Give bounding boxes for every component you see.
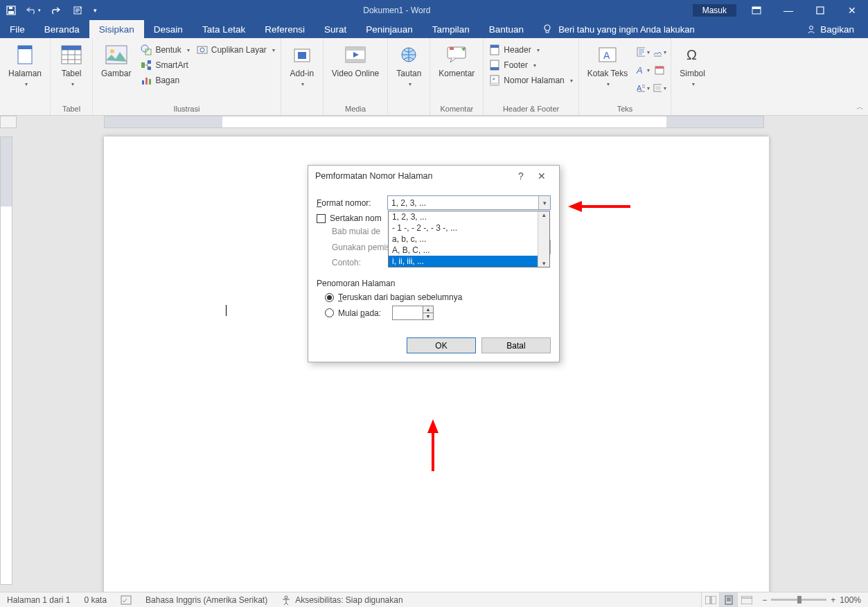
svg-rect-6 (817, 7, 824, 14)
quickparts-button[interactable] (636, 45, 650, 59)
format-option[interactable]: a, b, c, ... (389, 234, 549, 245)
svg-rect-52 (705, 596, 710, 604)
quick-access-toolbar: ▾ ▾ (0, 0, 101, 20)
zoom-out-button[interactable]: − (762, 595, 767, 605)
table-button[interactable]: Tabel (55, 42, 88, 89)
zoom-slider[interactable] (771, 599, 826, 601)
links-button[interactable]: Tautan (392, 42, 425, 89)
smartart-button[interactable]: SmartArt (139, 59, 191, 71)
language-indicator[interactable]: Bahasa Inggris (Amerika Serikat) (139, 595, 274, 605)
page-indicator[interactable]: Halaman 1 dari 1 (0, 595, 77, 605)
window-title: Dokumen1 - Word (101, 6, 693, 15)
print-layout-button[interactable] (719, 592, 737, 608)
tab-view[interactable]: Tampilan (423, 20, 479, 38)
chart-button[interactable]: Bagan (139, 74, 191, 87)
zoom-in-button[interactable]: + (831, 595, 835, 605)
undo-icon[interactable]: ▾ (22, 0, 44, 20)
format-option[interactable]: 1, 2, 3, ... (389, 211, 549, 222)
svg-rect-32 (450, 47, 454, 50)
svg-text:Ω: Ω (687, 47, 697, 62)
spin-down-icon[interactable]: ▼ (423, 313, 433, 319)
start-at-input[interactable] (393, 306, 423, 319)
start-at-radio[interactable] (325, 308, 334, 317)
tell-me-search[interactable]: Beri tahu yang ingin Anda lakukan (533, 20, 703, 38)
cancel-button[interactable]: Batal (481, 337, 551, 353)
tab-file[interactable]: File (0, 20, 35, 38)
datetime-button[interactable] (653, 63, 666, 77)
tab-layout[interactable]: Tata Letak (193, 20, 255, 38)
table-icon (60, 44, 82, 66)
continue-radio[interactable] (325, 293, 334, 302)
signature-button[interactable] (653, 45, 666, 59)
format-combobox[interactable]: 1, 2, 3, ... ▾ 1, 2, 3, ... - 1 -, - 2 -… (387, 195, 551, 210)
page-number-button[interactable]: #Nomor Halaman (488, 74, 574, 87)
collapse-ribbon-icon[interactable]: ︿ (856, 102, 864, 112)
redo-icon[interactable] (44, 0, 67, 20)
svg-rect-20 (142, 80, 144, 85)
header-button[interactable]: Header (488, 44, 574, 56)
dialog-close-icon[interactable]: ✕ (531, 170, 552, 182)
dropdown-scrollbar[interactable]: ▴▾ (538, 211, 549, 267)
tab-insert[interactable]: Sisipkan (89, 20, 144, 38)
weblayout-icon (741, 596, 752, 604)
svg-point-15 (141, 45, 148, 52)
save-icon[interactable] (0, 0, 22, 20)
comment-button[interactable]: Komentar (434, 42, 479, 80)
web-layout-button[interactable] (737, 592, 755, 608)
tab-design[interactable]: Desain (144, 20, 193, 38)
wordart-icon: A (636, 64, 645, 76)
screenshot-icon (197, 44, 208, 55)
include-chapter-checkbox[interactable] (317, 214, 326, 223)
start-at-spinner[interactable]: ▲▼ (392, 306, 434, 320)
customize-icon[interactable] (67, 0, 89, 20)
zoom-level[interactable]: 100% (840, 595, 861, 605)
chevron-down-icon[interactable]: ▾ (538, 196, 550, 209)
horizontal-ruler[interactable] (104, 116, 764, 128)
dialog-help-icon[interactable]: ? (511, 170, 531, 182)
accessibility-indicator[interactable]: Aksesibilitas: Siap digunakan (274, 595, 409, 605)
dialog-titlebar[interactable]: Pemformatan Nomor Halaman ? ✕ (308, 166, 559, 186)
wordart-button[interactable]: A (636, 63, 650, 77)
spellcheck-button[interactable] (114, 595, 139, 605)
group-pages: Halaman (0, 38, 51, 115)
ruler-corner (0, 116, 17, 128)
online-video-button[interactable]: Video Online (328, 42, 384, 80)
ribbon-display-icon[interactable] (741, 0, 772, 20)
dropcap-button[interactable]: A (636, 81, 650, 95)
maximize-icon[interactable] (804, 0, 836, 20)
close-icon[interactable]: ✕ (836, 0, 868, 20)
login-button[interactable]: Masuk (693, 4, 736, 17)
tab-review[interactable]: Peninjauan (356, 20, 423, 38)
text-cursor (226, 305, 227, 316)
minimize-icon[interactable]: — (772, 0, 804, 20)
symbol-button[interactable]: Ω Simbol (675, 42, 709, 89)
tab-home[interactable]: Beranda (35, 20, 89, 38)
ok-button[interactable]: OK (407, 337, 476, 353)
screenshot-button[interactable]: Cuplikan Layar (195, 44, 276, 56)
header-icon (489, 44, 500, 55)
word-count[interactable]: 0 kata (77, 595, 114, 605)
share-button[interactable]: Bagikan (797, 20, 868, 38)
group-label-headerfooter: Header & Footer (488, 103, 574, 115)
link-icon (398, 44, 420, 66)
tab-help[interactable]: Bantuan (479, 20, 533, 38)
vertical-ruler[interactable] (0, 137, 12, 585)
format-option[interactable]: - 1 -, - 2 -, - 3 -, ... (389, 222, 549, 234)
tab-mailings[interactable]: Surat (315, 20, 356, 38)
svg-rect-54 (725, 596, 732, 604)
addins-button[interactable]: Add-in (285, 42, 319, 89)
pictures-button[interactable]: Gambar (97, 42, 135, 80)
object-button[interactable] (653, 81, 666, 95)
textbox-button[interactable]: A Kotak Teks (583, 42, 632, 89)
tab-references[interactable]: Referensi (255, 20, 315, 38)
format-option-selected[interactable]: i, ii, iii, ... (389, 256, 549, 267)
read-mode-button[interactable] (701, 592, 719, 608)
spin-up-icon[interactable]: ▲ (423, 306, 433, 313)
footer-button[interactable]: Footer (488, 59, 574, 71)
shapes-button[interactable]: Bentuk (139, 44, 191, 56)
qat-dropdown-icon[interactable]: ▾ (89, 0, 101, 20)
pages-button[interactable]: Halaman (4, 42, 46, 89)
share-icon (806, 24, 816, 34)
format-option[interactable]: A, B, C, ... (389, 245, 549, 256)
group-addins: Add-in (281, 38, 324, 115)
